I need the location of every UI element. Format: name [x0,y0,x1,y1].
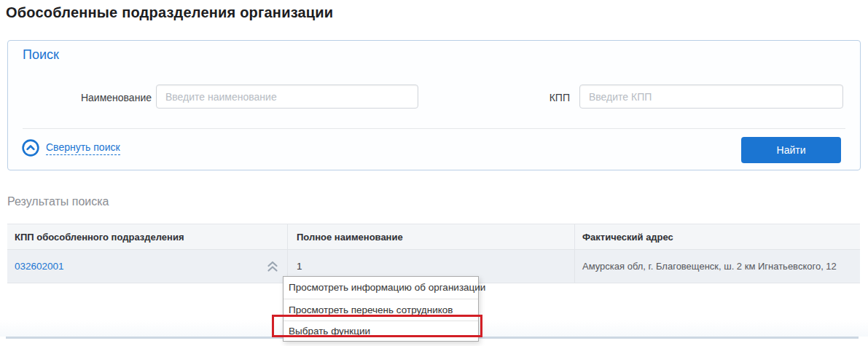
column-header-address: Фактический адрес [574,224,860,249]
page-title: Обособленные подразделения организации [6,4,333,21]
kpp-cell: 032602001 [7,250,287,283]
row-context-menu: Просмотреть информацию об организации Пр… [283,276,479,342]
panel-divider [23,128,845,129]
kpp-field-label: КПП [445,92,570,103]
kpp-link[interactable]: 032602001 [15,261,64,272]
double-chevron-up-icon[interactable] [265,259,280,273]
menu-item-view-employees[interactable]: Просмотреть перечень сотрудников [284,299,478,321]
search-panel-title: Поиск [23,47,59,63]
collapse-search-label: Свернуть поиск [46,141,120,155]
address-value: Амурская обл, г. Благовещенск, ш. 2 км И… [582,261,837,272]
address-cell: Амурская обл, г. Благовещенск, ш. 2 км И… [574,250,860,283]
full-name-value: 1 [297,261,302,272]
find-button[interactable]: Найти [741,137,841,163]
column-header-full-name: Полное наименование [287,224,574,249]
menu-item-select-functions[interactable]: Выбрать функции [284,321,478,341]
results-title: Результаты поиска [7,195,109,208]
chevron-up-circle-icon [22,139,39,157]
name-field-label: Наименование [8,92,152,103]
search-panel: Поиск Наименование КПП Свернуть поиск На… [7,40,861,170]
table-header-row: КПП обособленного подразделения Полное н… [7,224,860,250]
column-header-kpp: КПП обособленного подразделения [7,224,287,249]
kpp-input[interactable] [579,84,843,109]
collapse-search-link[interactable]: Свернуть поиск [22,139,120,157]
name-input[interactable] [156,84,418,109]
menu-item-view-org-info[interactable]: Просмотреть информацию об организации [284,277,478,299]
results-table: КПП обособленного подразделения Полное н… [7,224,860,283]
